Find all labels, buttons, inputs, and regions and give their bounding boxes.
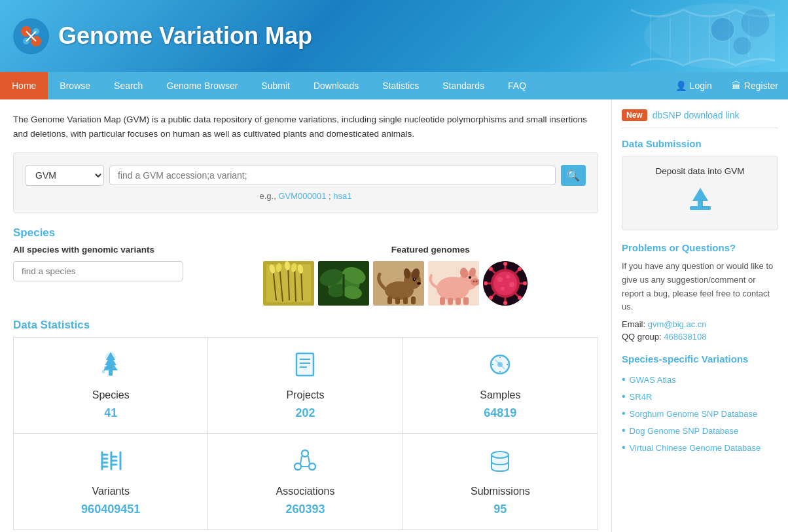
stat-card-species: Species 41 bbox=[14, 338, 208, 434]
svg-marker-124 bbox=[692, 188, 708, 206]
svg-point-54 bbox=[473, 281, 475, 283]
genome-dog[interactable] bbox=[373, 261, 424, 306]
associations-stat-value: 260393 bbox=[285, 503, 325, 516]
list-item-vcgd: • Virtual Chinese Genome Database bbox=[622, 439, 778, 456]
stats-section-title: Data Statistics bbox=[13, 319, 598, 332]
species-section-title: Species bbox=[13, 226, 598, 239]
svg-point-43 bbox=[417, 282, 421, 285]
nav-standards[interactable]: Standards bbox=[431, 72, 496, 99]
svg-point-90 bbox=[102, 370, 105, 374]
deposit-box[interactable]: Deposit data into GVM bbox=[622, 156, 778, 230]
svg-rect-88 bbox=[109, 370, 113, 376]
nav-faq[interactable]: FAQ bbox=[496, 72, 538, 99]
qq-row: QQ group: 468638108 bbox=[622, 332, 778, 342]
list-item-gwas: • GWAS Atlas bbox=[622, 371, 778, 388]
samples-stat-label: Samples bbox=[480, 389, 520, 401]
nav-login[interactable]: 👤 Login bbox=[666, 72, 722, 99]
search-row: GVM 🔍 bbox=[26, 165, 586, 186]
svg-point-81 bbox=[506, 275, 510, 279]
dbsnp-link[interactable]: dbSNP download link bbox=[653, 110, 740, 120]
dog-link[interactable]: Dog Genome SNP Database bbox=[630, 426, 739, 436]
bullet-icon: • bbox=[622, 374, 626, 385]
search-hint-link1[interactable]: GVM000001 bbox=[278, 191, 326, 201]
svg-point-16 bbox=[741, 9, 770, 37]
svg-point-14 bbox=[711, 18, 734, 41]
upload-icon bbox=[632, 183, 768, 220]
svg-point-75 bbox=[523, 281, 527, 285]
species-section: Species All species with genomic variant… bbox=[13, 226, 598, 306]
nav-browse[interactable]: Browse bbox=[48, 72, 102, 99]
building-icon: 🏛 bbox=[732, 80, 741, 91]
list-item-sorghum: • Sorghum Genome SNP Database bbox=[622, 405, 778, 422]
genomes-images bbox=[263, 261, 598, 306]
svg-point-122 bbox=[492, 465, 509, 471]
stat-card-variants: Variants 960409451 bbox=[14, 434, 208, 529]
species-search-input[interactable] bbox=[13, 261, 183, 281]
stat-card-submissions: Submissions 95 bbox=[403, 434, 598, 529]
species-icon bbox=[97, 351, 124, 384]
bullet-icon: • bbox=[622, 425, 626, 436]
search-input[interactable] bbox=[109, 166, 556, 185]
user-icon: 👤 bbox=[675, 80, 687, 91]
featured-genomes: Featured genomes bbox=[263, 245, 598, 306]
genome-rice[interactable] bbox=[263, 261, 314, 306]
vcgd-link[interactable]: Virtual Chinese Genome Database bbox=[630, 443, 761, 453]
svg-point-115 bbox=[309, 463, 315, 470]
svg-point-113 bbox=[302, 450, 308, 457]
associations-stat-label: Associations bbox=[276, 486, 335, 497]
search-hint-link2[interactable]: hsa1 bbox=[333, 191, 351, 201]
data-submission-section: Data Submission Deposit data into GVM bbox=[622, 138, 778, 230]
search-button[interactable]: 🔍 bbox=[561, 165, 586, 186]
genome-pig[interactable] bbox=[428, 261, 479, 306]
nav-downloads[interactable]: Downloads bbox=[302, 72, 370, 99]
species-variations-title: Species-specific Variations bbox=[622, 353, 778, 364]
svg-point-56 bbox=[469, 276, 471, 279]
gwas-link[interactable]: GWAS Atlas bbox=[630, 375, 676, 385]
sorghum-link[interactable]: Sorghum Genome SNP Database bbox=[630, 409, 758, 419]
svg-point-79 bbox=[518, 296, 522, 300]
bullet-icon: • bbox=[622, 408, 626, 419]
stat-card-associations: Associations 260393 bbox=[208, 434, 403, 529]
variants-stat-label: Variants bbox=[92, 486, 130, 497]
samples-stat-value: 64819 bbox=[484, 406, 516, 420]
nav-genome-browser[interactable]: Genome Browser bbox=[154, 72, 249, 99]
nav-search[interactable]: Search bbox=[102, 72, 154, 99]
svg-point-114 bbox=[295, 463, 301, 470]
problems-section: Problems or Questions? If you have any q… bbox=[622, 242, 778, 342]
stat-card-projects: Projects 202 bbox=[208, 338, 403, 434]
svg-point-78 bbox=[489, 296, 493, 300]
svg-rect-44 bbox=[387, 296, 392, 304]
svg-point-120 bbox=[492, 452, 509, 458]
nav-register[interactable]: 🏛 Register bbox=[722, 72, 788, 99]
nav-home[interactable]: Home bbox=[0, 72, 48, 99]
problems-title: Problems or Questions? bbox=[622, 242, 778, 253]
species-row: All species with genomic variants Featur… bbox=[13, 245, 598, 306]
stats-grid: Species 41 Projects bbox=[13, 337, 598, 530]
nav-statistics[interactable]: Statistics bbox=[370, 72, 431, 99]
associations-icon bbox=[291, 447, 319, 480]
submissions-icon bbox=[486, 447, 514, 480]
sr4r-link[interactable]: SR4R bbox=[630, 392, 653, 402]
genome-virus[interactable] bbox=[483, 261, 528, 306]
svg-point-89 bbox=[104, 366, 108, 370]
left-panel: The Genome Variation Map (GVM) is a publ… bbox=[0, 99, 611, 532]
qq-link[interactable]: 468638108 bbox=[664, 332, 706, 342]
svg-rect-92 bbox=[296, 353, 313, 376]
search-type-select[interactable]: GVM bbox=[26, 165, 104, 186]
search-container: GVM 🔍 e.g., GVM000001 ; hsa1 bbox=[13, 152, 598, 213]
magnifier-icon: 🔍 bbox=[567, 169, 580, 182]
svg-point-82 bbox=[509, 282, 514, 287]
variants-icon bbox=[97, 447, 124, 480]
svg-rect-59 bbox=[456, 298, 461, 305]
projects-stat-label: Projects bbox=[287, 389, 325, 401]
data-submission-title: Data Submission bbox=[622, 138, 778, 149]
nav-submit[interactable]: Submit bbox=[249, 72, 302, 99]
stats-section: Data Statistics bbox=[13, 319, 598, 530]
email-link[interactable]: gvm@big.ac.cn bbox=[648, 319, 707, 329]
submissions-stat-value: 95 bbox=[493, 503, 507, 516]
svg-point-74 bbox=[484, 281, 488, 285]
species-stat-label: Species bbox=[92, 389, 130, 401]
projects-icon bbox=[291, 351, 319, 384]
svg-point-72 bbox=[503, 262, 507, 266]
genome-soybean[interactable] bbox=[318, 261, 369, 306]
